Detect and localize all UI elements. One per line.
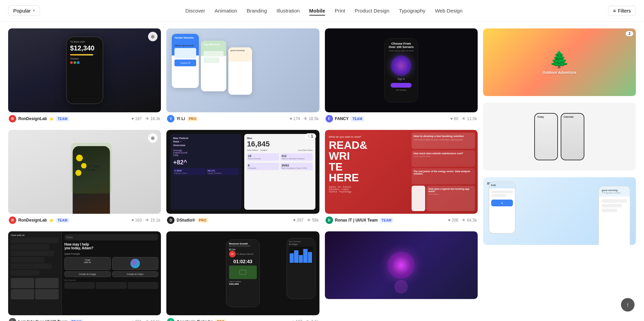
likes-7: ♥ 60 bbox=[450, 116, 458, 121]
card-stats-6: ♥ 107 👁 7.1k bbox=[292, 319, 319, 321]
nav-link-mobile[interactable]: Mobile bbox=[309, 6, 326, 15]
nav-link-product-design[interactable]: Product Design bbox=[355, 6, 390, 15]
card-item: Treat TossMode ⊕ R RonDesignLab ⭐ TEAM ♥… bbox=[8, 130, 161, 225]
card-meta-4: Y Yi Li PRO ♥ 174 👁 18.5k bbox=[166, 112, 319, 123]
card-item: TD Bank USA $12,340 Timeline ⊕ R bbox=[8, 28, 161, 123]
card-meta-3: L LazyInterface UI UX Team TEAM ♥ 201 👁 … bbox=[8, 315, 161, 321]
card-meta-6: A Anastasia Golovko PRO ♥ 107 👁 7.1k bbox=[166, 315, 319, 321]
card-item: Chat with AI bbox=[8, 231, 161, 321]
card-item: good morning 🌤 good morning ☀ Pregnancy … bbox=[483, 177, 636, 245]
card-stats-5: ♥ 297 👁 58k bbox=[293, 218, 318, 223]
sort-chevron: ▾ bbox=[33, 8, 35, 13]
card-stats-1: ♥ 187 👁 18.3k bbox=[131, 116, 160, 121]
nav-link-discover[interactable]: Discover bbox=[185, 6, 205, 15]
author-name-5: DStudio® bbox=[176, 218, 195, 223]
author-star-2: ⭐ bbox=[49, 218, 54, 223]
badge-team-1: TEAM bbox=[56, 116, 69, 121]
card-item bbox=[325, 231, 478, 299]
avatar-3: L bbox=[9, 318, 16, 321]
views-7: 👁 11.5k bbox=[462, 116, 477, 121]
views-5: 👁 58k bbox=[307, 218, 319, 223]
views-8: 👁 64.5k bbox=[462, 218, 477, 223]
views-3: 👁 10.5k bbox=[145, 319, 161, 321]
card-meta-8: R Ronas IT | UI/UX Team TEAM ♥ 206 👁 64.… bbox=[325, 214, 478, 225]
views-4: 👁 18.5k bbox=[304, 116, 319, 121]
bookmark-icon-1[interactable]: ⊕ bbox=[148, 32, 158, 41]
avatar-1: R bbox=[9, 115, 16, 122]
card-meta-5: D DStudio® PRO ♥ 297 👁 58k bbox=[166, 214, 319, 225]
badge-team-2: TEAM bbox=[56, 218, 69, 223]
nav-links: Discover Animation Branding Illustration… bbox=[185, 6, 462, 15]
nav-link-animation[interactable]: Animation bbox=[214, 6, 237, 15]
card-meta-7: F FANCY TEAM ♥ 60 👁 11.5k bbox=[325, 112, 478, 123]
author-star-1: ⭐ bbox=[49, 117, 54, 121]
nav-link-print[interactable]: Print bbox=[335, 6, 345, 15]
card-stats-3: ♥ 201 👁 10.5k bbox=[131, 319, 160, 321]
card-author-1: R RonDesignLab ⭐ TEAM bbox=[9, 115, 69, 122]
avatar-2: R bbox=[9, 216, 16, 224]
card-author-6: A Anastasia Golovko PRO bbox=[167, 318, 226, 321]
card-image-4[interactable]: Haruka Tanimoto Nikiwa Apartments Explor… bbox=[166, 28, 319, 112]
card-image-6[interactable]: Revenue Growth Monthly account growth $2… bbox=[166, 231, 319, 315]
author-name-2: RonDesignLab bbox=[18, 218, 47, 223]
badge-pro-6: PRO bbox=[215, 319, 226, 321]
nav-link-branding[interactable]: Branding bbox=[247, 6, 267, 15]
card-author-3: L LazyInterface UI UX Team TEAM bbox=[9, 318, 83, 321]
card-item: What do you want to read? READ&WRITEHERE… bbox=[325, 130, 478, 225]
card-item: 🌲 Outdoor Adventure 2 bbox=[483, 28, 636, 96]
card-author-7: F FANCY TEAM bbox=[326, 115, 364, 122]
sort-label: Popular bbox=[13, 8, 31, 14]
author-name-3: LazyInterface UI UX Team bbox=[18, 319, 68, 321]
avatar-6: A bbox=[167, 318, 174, 321]
card-meta-2: R RonDesignLab ⭐ TEAM ♥ 163 👁 15.1k bbox=[8, 214, 161, 225]
header-left: Popular ▾ bbox=[8, 5, 40, 16]
likes-1: ♥ 187 bbox=[131, 116, 142, 121]
card-stats-8: ♥ 206 👁 64.5k bbox=[448, 218, 477, 223]
card-image-8[interactable]: What do you want to read? READ&WRITEHERE… bbox=[325, 130, 478, 214]
nav-link-typography[interactable]: Typography bbox=[399, 6, 425, 15]
author-name-8: Ronas IT | UI/UX Team bbox=[335, 218, 378, 223]
avatar-4: Y bbox=[167, 115, 174, 122]
card-image-5[interactable]: ↑ 1 Max PatientData ~Overview AveragePat… bbox=[166, 130, 319, 214]
card-item: Today Calendar bbox=[483, 103, 636, 170]
badge-pro-5: PRO bbox=[197, 218, 208, 223]
avatar-7: F bbox=[326, 115, 333, 122]
card-image-3[interactable]: Chat with AI bbox=[8, 231, 161, 315]
card-image-10[interactable]: 🌲 Outdoor Adventure 2 bbox=[483, 28, 636, 96]
card-image-2[interactable]: Treat TossMode ⊕ bbox=[8, 130, 161, 214]
likes-3: ♥ 201 bbox=[131, 319, 142, 321]
author-name-7: FANCY bbox=[335, 116, 349, 121]
filters-label: Filters bbox=[618, 8, 631, 14]
card-image-12[interactable]: good morning 🌤 good morning ☀ Pregnancy … bbox=[483, 177, 636, 245]
card-image-11[interactable]: Today Calendar bbox=[483, 103, 636, 170]
bookmark-icon-2[interactable]: ⊕ bbox=[148, 133, 158, 143]
card-image-7[interactable]: Choose From Over 100 ServersLorem ipsum … bbox=[325, 28, 478, 112]
card-image-1[interactable]: TD Bank USA $12,340 Timeline ⊕ bbox=[8, 28, 161, 112]
filters-icon: ≡ bbox=[613, 8, 616, 14]
header-right: ≡ Filters bbox=[608, 6, 636, 16]
card-item: Choose From Over 100 ServersLorem ipsum … bbox=[325, 28, 478, 123]
badge-team-3: TEAM bbox=[70, 319, 83, 321]
author-name-1: RonDesignLab bbox=[18, 116, 47, 121]
badge-pro-4: PRO bbox=[187, 116, 198, 121]
nav-link-web-design[interactable]: Web Design bbox=[435, 6, 462, 15]
main-grid: TD Bank USA $12,340 Timeline ⊕ R bbox=[0, 22, 644, 321]
author-name-4: Yi Li bbox=[176, 116, 185, 121]
card-image-9[interactable] bbox=[325, 231, 478, 299]
card-item: ↑ 1 Max PatientData ~Overview AveragePat… bbox=[166, 130, 319, 225]
card-stats-4: ♥ 174 👁 18.5k bbox=[290, 116, 318, 121]
scroll-to-top-button[interactable]: ↑ bbox=[621, 298, 635, 312]
card-author-8: R Ronas IT | UI/UX Team TEAM bbox=[326, 216, 393, 224]
badge-team-7: TEAM bbox=[351, 116, 364, 121]
badge-team-8: TEAM bbox=[380, 218, 393, 223]
card-stats-2: ♥ 163 👁 15.1k bbox=[131, 218, 160, 223]
card-author-5: D DStudio® PRO bbox=[167, 216, 208, 224]
views-6: 👁 7.1k bbox=[306, 319, 318, 321]
sort-button[interactable]: Popular ▾ bbox=[8, 5, 40, 16]
avatar-5: D bbox=[167, 216, 174, 224]
likes-5: ♥ 297 bbox=[293, 218, 303, 223]
nav-link-illustration[interactable]: Illustration bbox=[276, 6, 299, 15]
filters-button[interactable]: ≡ Filters bbox=[608, 6, 636, 16]
card-item: Revenue Growth Monthly account growth $2… bbox=[166, 231, 319, 321]
card-meta-1: R RonDesignLab ⭐ TEAM ♥ 187 👁 18.3k bbox=[8, 112, 161, 123]
